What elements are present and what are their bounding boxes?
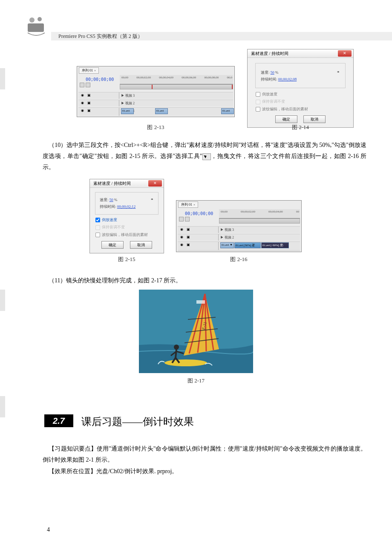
dialog-titlebar[interactable]: 素材速度 / 持续时间 ✕ bbox=[248, 49, 353, 58]
track-toggle-icons[interactable]: ◉ ▣ bbox=[81, 101, 92, 105]
page-tab bbox=[0, 68, 5, 89]
close-button[interactable]: ✕ bbox=[338, 50, 352, 57]
figure-image: E-11 bbox=[139, 290, 253, 373]
track-toggle-icons[interactable]: ◉ ▣ bbox=[81, 93, 92, 97]
page-tab bbox=[0, 396, 5, 417]
marker-button[interactable] bbox=[185, 217, 190, 221]
timeline-tool-buttons bbox=[179, 217, 190, 221]
figure-caption: 图 2-16 bbox=[176, 256, 302, 263]
figure-caption: 图 2-17 bbox=[0, 377, 392, 385]
work-area-bar[interactable] bbox=[219, 218, 300, 224]
snap-button[interactable] bbox=[80, 83, 84, 87]
duration-label: 持续时间: bbox=[261, 77, 277, 81]
ok-button[interactable]: 确定 bbox=[275, 115, 297, 123]
track-toggle-icons[interactable]: ◉ ▣ bbox=[180, 243, 191, 247]
video-track-1[interactable]: ◉ ▣ ▼ 视频 1 01.avi ▼ 01.avi [50%] 逻 01.av… bbox=[178, 241, 300, 250]
svg-rect-5 bbox=[196, 300, 205, 304]
marker-button[interactable] bbox=[86, 83, 90, 87]
pitch-checkbox: 保持音调不变 bbox=[95, 224, 159, 230]
clip[interactable]: 01.avi ▼ bbox=[220, 242, 234, 248]
svg-point-1 bbox=[29, 17, 35, 23]
cancel-button[interactable]: 取消 bbox=[130, 241, 152, 249]
speed-value[interactable]: 50 bbox=[110, 198, 113, 202]
track-label: ▶ 视频 2 bbox=[220, 235, 234, 240]
clip[interactable]: 01.avi [50%] 逻 bbox=[234, 242, 261, 248]
body-paragraph: （10）选中第三段文件，按<Ctrl>+<R>组合键，弹出"素材速度/持续时间"… bbox=[43, 140, 366, 173]
close-icon[interactable]: × bbox=[94, 69, 96, 72]
timecode-display[interactable]: 00;00;00;00 bbox=[86, 77, 114, 82]
video-track-2[interactable]: ◉ ▣ ▶ 视频 2 bbox=[78, 100, 233, 106]
video-track-2[interactable]: ◉ ▣ ▶ 视频 2 bbox=[178, 234, 300, 241]
ruler-mark: 00;00 bbox=[221, 210, 228, 213]
svg-point-6 bbox=[164, 359, 207, 366]
ruler-mark: 00;00;02;00 bbox=[241, 210, 255, 213]
dialog-title: 素材速度 / 持续时间 bbox=[93, 181, 131, 187]
track-label: ▶ 视频 3 bbox=[121, 93, 135, 98]
timeline-panel: 序列 01× 00;00;00;00 00;00 00;00;02;00 00;… bbox=[176, 200, 302, 252]
track-label: ▶ 视频 3 bbox=[220, 227, 234, 232]
clip[interactable]: 01.avi bbox=[221, 108, 234, 114]
body-paragraph: 【习题知识要点】使用"通道倒计时片头"命令编辑默认倒计时属性；使用"速度/持续时… bbox=[43, 443, 366, 466]
reverse-checkbox[interactable]: 倒放速度 bbox=[255, 92, 346, 97]
track-label: ▶ 视频 2 bbox=[121, 101, 135, 106]
clip[interactable]: 01.avi bbox=[121, 108, 134, 114]
close-button[interactable]: ✕ bbox=[148, 180, 162, 187]
speed-value[interactable]: 50 bbox=[271, 70, 274, 75]
ok-button[interactable]: 确定 bbox=[101, 241, 124, 249]
link-icon[interactable]: ⚭ bbox=[337, 70, 340, 74]
track-toggle-icons[interactable]: ◉ ▣ bbox=[81, 109, 92, 112]
separator bbox=[178, 250, 300, 251]
video-track-3[interactable]: ◉ ▣ ▶ 视频 3 bbox=[78, 92, 233, 99]
snap-button[interactable] bbox=[179, 217, 184, 221]
speed-duration-dialog: 素材速度 / 持续时间 ✕ 速度: 50 % ⚭ 持续时间: 00;00;02;… bbox=[247, 49, 354, 128]
svg-point-2 bbox=[37, 17, 42, 21]
ruler-mark: 00;00;04;00 bbox=[159, 76, 173, 79]
end-marker[interactable] bbox=[232, 85, 233, 89]
dialog-titlebar[interactable]: 素材速度 / 持续时间 ✕ bbox=[90, 179, 164, 188]
dialog-title: 素材速度 / 持续时间 bbox=[251, 51, 288, 57]
body-paragraph: （11）镜头的快慢处理制作完成，如图 2-17 所示。 bbox=[43, 275, 366, 286]
book-ornament-icon bbox=[23, 15, 49, 38]
sequence-tab-label: 序列 01 bbox=[82, 69, 93, 72]
duration-label: 持续时间: bbox=[100, 204, 116, 209]
figure-caption: 图 2-14 bbox=[247, 124, 354, 131]
close-icon[interactable]: × bbox=[193, 203, 195, 207]
ruler-mark: 00;00;08;00 bbox=[204, 76, 219, 79]
book-title: Premiere Pro CS5 实例教程（第 2 版） bbox=[58, 33, 143, 40]
speed-label: 速度: bbox=[261, 70, 270, 75]
svg-rect-0 bbox=[28, 23, 44, 32]
clip[interactable]: 01.avi bbox=[155, 108, 168, 114]
ruler-mark: 00;00 bbox=[121, 76, 128, 79]
sequence-tab[interactable]: 序列 01× bbox=[79, 67, 99, 74]
link-icon[interactable]: ⚭ bbox=[150, 197, 154, 201]
ruler-mark: 00;00;02;00 bbox=[136, 76, 151, 79]
ruler-mark: 00;00;06;00 bbox=[182, 76, 196, 79]
speed-unit: % bbox=[114, 198, 118, 202]
page-number: 4 bbox=[47, 526, 50, 533]
cancel-button[interactable]: 取消 bbox=[303, 115, 326, 123]
pitch-checkbox: 保持音调不变 bbox=[255, 99, 346, 104]
duration-value[interactable]: 00;00;02;08 bbox=[278, 77, 297, 81]
svg-point-7 bbox=[174, 345, 179, 350]
figure-caption: 图 2-13 bbox=[77, 124, 235, 131]
ripple-checkbox[interactable]: 波纹编辑，移动后面的素材 bbox=[95, 232, 159, 238]
video-track-1[interactable]: ◉ ▣ ▼ 视频 1 01.avi 01.avi 01.avi bbox=[78, 107, 233, 116]
clip[interactable]: 01.avi [-50%] 度: bbox=[261, 242, 289, 248]
duration-value[interactable]: 00;00;02;12 bbox=[117, 204, 136, 209]
track-toggle-icons[interactable]: ◉ ▣ bbox=[180, 227, 191, 231]
sequence-tab-label: 序列 01 bbox=[181, 203, 192, 207]
sequence-tab[interactable]: 序列 01× bbox=[178, 201, 198, 208]
timecode-display[interactable]: 00;00;00;00 bbox=[185, 211, 213, 216]
time-ruler[interactable]: 00;00 00;00;02;00 00;00;04;00 00 bbox=[219, 209, 300, 218]
track-toggle-icons[interactable]: ◉ ▣ bbox=[180, 235, 191, 239]
time-ruler[interactable]: 00;00 00;00;02;00 00;00;04;00 00;00;06;0… bbox=[120, 75, 233, 84]
video-track-3[interactable]: ◉ ▣ ▶ 视频 3 bbox=[178, 226, 300, 233]
work-area-bar[interactable] bbox=[120, 84, 233, 89]
selection-tool-icon bbox=[202, 153, 211, 160]
ripple-checkbox[interactable]: 波纹编辑，移动后面的素材 bbox=[255, 106, 346, 112]
ruler-mark: 00 bbox=[296, 210, 299, 213]
speed-duration-dialog: 素材速度 / 持续时间 ✕ 速度: 50 % ⚭ 持续时间: 00;00;02;… bbox=[89, 179, 164, 253]
figure-caption: 图 2-15 bbox=[89, 256, 164, 263]
reverse-checkbox[interactable]: 倒放速度 bbox=[95, 217, 159, 223]
speed-unit: % bbox=[275, 70, 279, 75]
